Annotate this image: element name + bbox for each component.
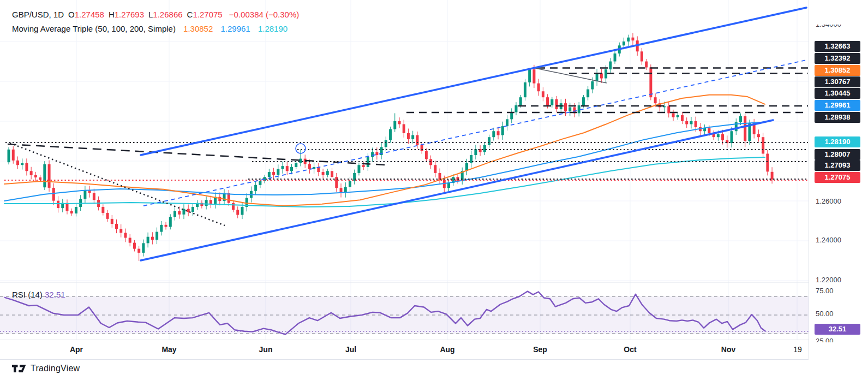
- candle-body: [766, 153, 769, 171]
- candle-body: [209, 200, 212, 204]
- price-axis-label-1.32663: 1.32663: [815, 41, 860, 52]
- candle-body: [326, 171, 329, 175]
- candle-body: [137, 249, 140, 253]
- candle-body: [147, 237, 149, 244]
- candle-body: [331, 171, 333, 177]
- candle-body: [578, 105, 580, 114]
- descending-dashed-trendline: [8, 144, 385, 165]
- price-axis-label-1.27093: 1.27093: [815, 160, 860, 171]
- price-axis[interactable]: 1.340001.326631.323921.308521.307671.304…: [809, 0, 868, 359]
- time-axis-label-Sep: Sep: [533, 345, 547, 354]
- tradingview-logo-icon: [12, 365, 26, 373]
- candle-body: [739, 116, 742, 122]
- candle-body: [514, 105, 517, 112]
- candle-body: [322, 172, 325, 175]
- ma-indicator-label[interactable]: Moving Average Triple (50, 100, 200, Sim…: [12, 24, 176, 33]
- candle-body: [483, 145, 486, 152]
- price-axis-label-1.29961: 1.29961: [815, 100, 860, 111]
- candle-body: [757, 134, 760, 137]
- candle-body: [600, 73, 603, 78]
- candle-body: [501, 126, 504, 135]
- candle-body: [744, 116, 746, 141]
- candle-body: [155, 232, 158, 240]
- price-axis-partial-tick-25.00: 25.00: [816, 337, 866, 342]
- candle-body: [169, 217, 172, 227]
- candle-body: [640, 51, 643, 61]
- candle-body: [205, 200, 208, 206]
- candle-body: [385, 140, 387, 147]
- candle-body: [142, 243, 145, 253]
- candle-body: [299, 159, 302, 163]
- candle-body: [259, 181, 261, 185]
- candle-body: [232, 203, 235, 210]
- candle-body: [550, 99, 553, 105]
- candle-body: [389, 129, 392, 140]
- candle-body: [375, 152, 378, 155]
- candle-body: [268, 172, 271, 177]
- candle-body: [111, 219, 113, 224]
- candle-body: [582, 97, 585, 105]
- rsi-legend: RSI (14) 32.51: [12, 290, 65, 299]
- candle-body: [187, 209, 190, 212]
- chart-area[interactable]: RSI (14) 32.51 GBP/USD, 1DO1.27458H1.276…: [0, 0, 809, 359]
- price-axis-tick-1.22000: 1.22000: [816, 276, 866, 284]
- candle-body: [272, 172, 275, 175]
- time-axis-label-Nov: Nov: [721, 345, 735, 354]
- candle-body: [21, 163, 23, 165]
- candle-body: [510, 112, 513, 120]
- symbol-legend-row[interactable]: GBP/USD, 1DO1.27458H1.27693L1.26866C1.27…: [12, 8, 299, 22]
- candle-body: [133, 243, 136, 249]
- symbol-title[interactable]: GBP/USD, 1D: [12, 10, 64, 19]
- price-axis-tick-1.26000: 1.26000: [816, 197, 866, 205]
- candle-body: [101, 207, 104, 213]
- time-axis-label-Apr: Apr: [70, 345, 83, 354]
- candle-body: [492, 131, 495, 137]
- ma200-value: 1.28190: [258, 24, 288, 33]
- chart-legend: GBP/USD, 1DO1.27458H1.27693L1.26866C1.27…: [12, 8, 299, 36]
- time-axis-label-Jul: Jul: [345, 345, 356, 354]
- candle-body: [416, 135, 418, 145]
- candle-body: [532, 69, 535, 84]
- tradingview-chart-window: RSI (14) 32.51 GBP/USD, 1DO1.27458H1.276…: [0, 0, 868, 386]
- time-axis[interactable]: AprMayJunJulAugSepOctNov19: [0, 340, 809, 360]
- candle-body: [295, 163, 297, 167]
- price-and-rsi-panes[interactable]: RSI (14) 32.51: [0, 0, 809, 359]
- candle-body: [191, 207, 194, 212]
- descending-dotted-trendline: [10, 143, 225, 225]
- time-axis-label-Aug: Aug: [440, 345, 454, 354]
- candle-body: [48, 164, 51, 188]
- candle-body: [771, 172, 774, 180]
- candle-body: [115, 224, 118, 229]
- candle-body: [677, 115, 679, 117]
- candle-body: [39, 177, 41, 180]
- candle-body: [654, 97, 657, 103]
- candle-body: [622, 41, 625, 45]
- price-axis-tick-75.00: 75.00: [816, 287, 866, 295]
- candle-body: [681, 115, 684, 121]
- candle-body: [151, 237, 154, 240]
- price-axis-partial-tick-1.34000: 1.34000: [816, 25, 866, 28]
- change-value: −0.00384 (−0.30%): [229, 10, 299, 19]
- candle-body: [16, 161, 19, 165]
- candle-body: [286, 166, 289, 171]
- candle-body: [173, 211, 176, 217]
- candle-body: [519, 97, 522, 105]
- candle-body: [308, 164, 311, 169]
- candle-body: [371, 152, 374, 157]
- open-letter: O: [68, 10, 75, 19]
- candle-body: [717, 134, 720, 137]
- candle-body: [731, 131, 733, 143]
- candle-body: [672, 113, 675, 117]
- candle-body: [524, 82, 526, 97]
- candle-body: [708, 128, 710, 133]
- candle-body: [357, 165, 360, 173]
- ma-legend-row[interactable]: Moving Average Triple (50, 100, 200, Sim…: [12, 22, 299, 36]
- candle-body: [542, 91, 544, 97]
- candle-body: [667, 106, 670, 114]
- candle-body: [555, 99, 558, 109]
- candle-body: [506, 119, 508, 126]
- candle-body: [609, 62, 612, 70]
- ma50-value: 1.30852: [183, 24, 213, 33]
- candle-body: [30, 171, 33, 175]
- tradingview-logo[interactable]: TradingView: [12, 364, 80, 373]
